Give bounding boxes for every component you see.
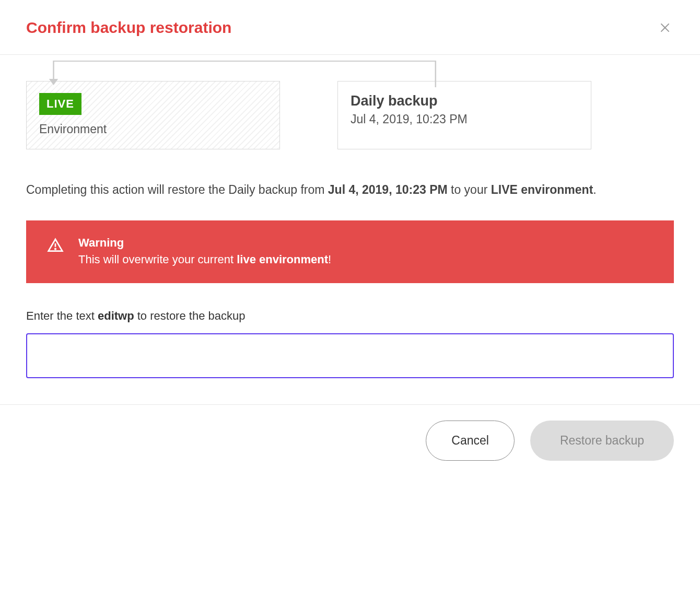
desc-text-suffix: .	[593, 183, 596, 196]
backup-title: Daily backup	[351, 93, 578, 109]
warning-msg-bold: live environment	[237, 253, 328, 266]
backup-flow-row: LIVE Environment Daily backup Jul 4, 201…	[26, 81, 674, 149]
warning-title: Warning	[78, 236, 331, 250]
confirm-keyword: editwp	[98, 309, 134, 322]
warning-message: This will overwrite your current live en…	[78, 253, 331, 266]
restore-button[interactable]: Restore backup	[530, 421, 674, 461]
dialog-header: Confirm backup restoration	[0, 0, 700, 55]
warning-icon	[47, 237, 64, 256]
warning-msg-prefix: This will overwrite your current	[78, 253, 237, 266]
desc-env: LIVE environment	[491, 183, 593, 196]
warning-content: Warning This will overwrite your current…	[78, 236, 331, 266]
close-icon	[658, 21, 672, 34]
confirm-label-prefix: Enter the text	[26, 309, 98, 322]
warning-banner: Warning This will overwrite your current…	[26, 220, 674, 283]
live-badge: LIVE	[39, 93, 81, 115]
close-button[interactable]	[656, 19, 674, 37]
warning-msg-suffix: !	[328, 253, 331, 266]
environment-card: LIVE Environment	[26, 81, 280, 149]
environment-label: Environment	[39, 122, 267, 136]
backup-card: Daily backup Jul 4, 2019, 10:23 PM	[337, 81, 591, 149]
cancel-button[interactable]: Cancel	[426, 421, 515, 461]
restore-description: Completing this action will restore the …	[26, 181, 674, 200]
confirm-label: Enter the text editwp to restore the bac…	[26, 309, 674, 323]
dialog-title: Confirm backup restoration	[26, 19, 231, 37]
desc-date: Jul 4, 2019, 10:23 PM	[328, 183, 448, 196]
desc-text-prefix: Completing this action will restore the …	[26, 183, 328, 196]
confirm-input[interactable]	[26, 333, 674, 378]
flow-arrow	[47, 56, 439, 87]
dialog-body: LIVE Environment Daily backup Jul 4, 201…	[0, 55, 700, 404]
backup-timestamp: Jul 4, 2019, 10:23 PM	[351, 112, 578, 126]
confirm-label-suffix: to restore the backup	[134, 309, 246, 322]
svg-point-3	[55, 249, 56, 250]
desc-text-middle: to your	[448, 183, 491, 196]
dialog-footer: Cancel Restore backup	[0, 404, 700, 487]
restore-backup-dialog: Confirm backup restoration LIVE Environm…	[0, 0, 700, 487]
